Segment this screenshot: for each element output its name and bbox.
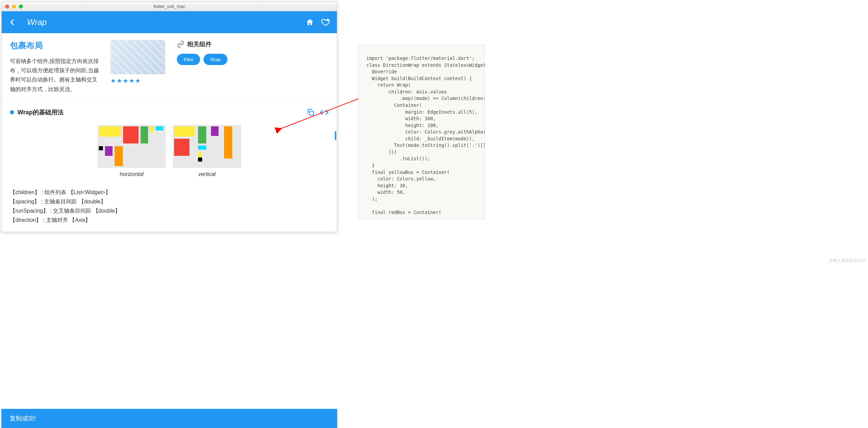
snackbar: 复制成功! — [1, 409, 337, 428]
rating-stars: ★★★★★ — [110, 77, 169, 85]
widget-thumbnail — [110, 40, 165, 74]
demo-box-horizontal — [97, 125, 166, 168]
example-actions — [306, 108, 329, 117]
watermark: @稀土掘金技术社区 — [829, 258, 866, 264]
app-window: flutter_unit_mac Wrap 包裹布局 可容纳多个组件,按照指定方… — [1, 1, 337, 232]
prop-line: 【direction】 : 主轴对齐 【Axis】 — [10, 215, 329, 225]
widget-name: 包裹布局 — [10, 40, 102, 51]
chip-row[interactable]: Row — [203, 54, 227, 65]
titlebar: flutter_unit_mac — [2, 2, 337, 11]
code-icon[interactable] — [320, 108, 329, 117]
header-image-block: ★★★★★ — [110, 40, 169, 94]
example-heading: Wrap的基础用法 — [17, 108, 303, 116]
related-heading-text: 相关组件 — [187, 40, 212, 48]
minimize-window-button[interactable] — [12, 4, 16, 9]
prop-line: 【runSpacing】 : 交叉轴条目间距 【double】 — [10, 206, 329, 215]
window-title: flutter_unit_mac — [154, 4, 185, 9]
page-title: Wrap — [27, 17, 305, 27]
demo-label-horizontal: horizontal — [97, 171, 166, 177]
appbar-actions — [305, 18, 330, 27]
code-panel: import 'package:flutter/material.dart'; … — [358, 45, 485, 219]
back-button[interactable] — [9, 18, 17, 26]
copy-icon[interactable] — [306, 108, 315, 117]
link-icon — [177, 40, 184, 48]
close-window-button[interactable] — [5, 4, 9, 9]
bullet-dot — [10, 110, 14, 114]
related-block: 相关组件 Flex Row — [177, 40, 329, 94]
prop-line: 【children】 : 组件列表 【List<Widget>】 — [10, 188, 329, 197]
svg-rect-2 — [310, 111, 314, 115]
demo-label-vertical: vertical — [173, 171, 241, 177]
demo-row: horizontal vertical — [10, 125, 329, 177]
related-heading: 相关组件 — [177, 40, 329, 48]
code-content: import 'package:flutter/material.dart'; … — [366, 55, 477, 216]
demo-vertical: vertical — [173, 125, 241, 177]
content-area: 包裹布局 可容纳多个组件,按照指定方向依次排布，可以很方便处理孩子的间距,当越界… — [2, 33, 337, 232]
home-icon[interactable] — [305, 18, 314, 27]
favorite-add-icon[interactable] — [321, 18, 330, 27]
props-list: 【children】 : 组件列表 【List<Widget>】 【spacin… — [10, 188, 329, 225]
appbar: Wrap — [2, 11, 337, 33]
widget-description: 可容纳多个组件,按照指定方向依次排布，可以很方便处理孩子的间距,当越界时可以自动… — [10, 56, 102, 94]
detail-header: 包裹布局 可容纳多个组件,按照指定方向依次排布，可以很方便处理孩子的间距,当越界… — [2, 33, 337, 101]
chip-flex[interactable]: Flex — [177, 54, 200, 65]
header-text-block: 包裹布局 可容纳多个组件,按照指定方向依次排布，可以很方便处理孩子的间距,当越界… — [10, 40, 102, 94]
traffic-lights — [5, 4, 23, 9]
prop-line: 【spacing】 : 主轴条目间距 【double】 — [10, 197, 329, 206]
example-section: Wrap的基础用法 — [2, 101, 337, 232]
related-chips: Flex Row — [177, 54, 329, 65]
snackbar-text: 复制成功! — [10, 415, 36, 422]
example-heading-row: Wrap的基础用法 — [10, 108, 329, 117]
demo-box-vertical — [173, 125, 241, 168]
demo-horizontal: horizontal — [97, 125, 166, 177]
maximize-window-button[interactable] — [19, 4, 23, 9]
scroll-indicator — [335, 131, 336, 140]
